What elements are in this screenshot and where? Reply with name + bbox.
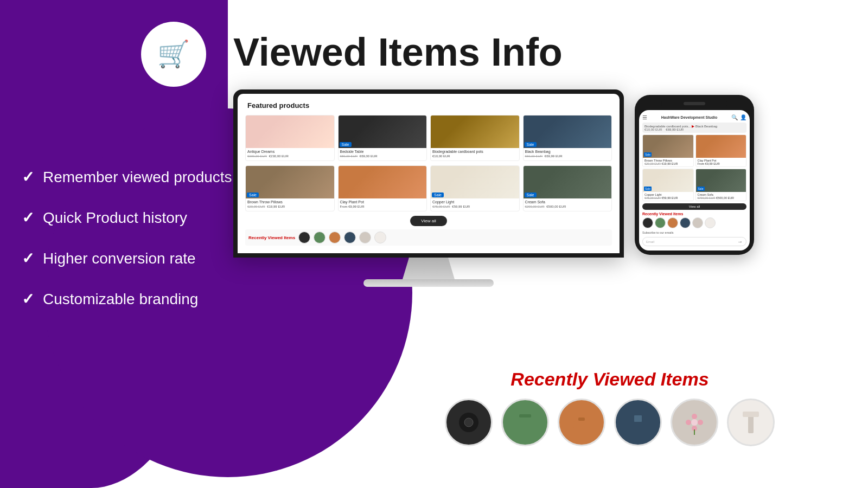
rv-bottom-circle-4 bbox=[614, 399, 662, 446]
monitor-screen: Featured products Antique Dreams €300,00… bbox=[233, 89, 624, 258]
monitor-inner: Featured products Antique Dreams €300,00… bbox=[238, 94, 620, 253]
phone-rv-6 bbox=[705, 217, 716, 228]
phone-featured-strip: Biodegradable cardboard pots... ▶ Black … bbox=[642, 123, 746, 133]
product-price-5: €29,99 EUR €19,99 EUR bbox=[247, 205, 333, 208]
product-name-6: Clay Plant Pot bbox=[340, 200, 425, 204]
product-card-5: Sale Brown Throw Pillows €29,99 EUR €19,… bbox=[245, 165, 335, 211]
product-info-5: Brown Throw Pillows €29,99 EUR €19,99 EU… bbox=[246, 198, 334, 211]
product-info-7: Copper Light €75,00 EUR €59,99 EUR bbox=[431, 198, 519, 211]
product-info-3: Biodegradable cardboard pots €10,00 EUR bbox=[431, 148, 519, 160]
phone-rv-4 bbox=[680, 217, 691, 228]
rv-bottom-circle-5 bbox=[671, 399, 718, 446]
recently-viewed-bar: Recently Viewed Items bbox=[245, 229, 612, 246]
rv-circle-2 bbox=[314, 232, 326, 243]
product-sale-2: €69,00 EUR bbox=[360, 155, 378, 158]
feature-item-1: ✓ Remember viewed products bbox=[22, 168, 232, 186]
feature-text-2: Quick Product history bbox=[43, 209, 187, 227]
phone-product-img-2 bbox=[696, 135, 746, 158]
phone-notch bbox=[661, 99, 727, 108]
rv-bottom-circle-6 bbox=[727, 399, 775, 446]
phone-sale-badge-4: Sale bbox=[697, 187, 705, 191]
phone-subscribe-label: Subscribe to our emails bbox=[642, 231, 746, 234]
check-icon-2: ✓ bbox=[22, 209, 34, 227]
product-sale-4: €69,99 EUR bbox=[545, 155, 563, 158]
phone-view-all[interactable]: View all bbox=[642, 203, 746, 210]
phone-rv-5 bbox=[692, 217, 703, 228]
phone-sale-badge-1: Sale bbox=[644, 152, 652, 157]
product-img-7: Sale bbox=[431, 166, 519, 198]
feature-item-4: ✓ Customizable branding bbox=[22, 290, 232, 308]
phone-brand: HashWare Development Studio bbox=[647, 115, 731, 119]
phone-product-info-3: Copper Light€75,00 EUR €59,99 EUR bbox=[643, 192, 693, 201]
product-price-6: From €9,99 EUR bbox=[340, 205, 425, 208]
product-img-8: Sale bbox=[524, 166, 612, 198]
check-icon-3: ✓ bbox=[22, 249, 34, 267]
product-original-5: €29,99 EUR bbox=[247, 205, 265, 208]
rv-bottom-title: Recently Viewed Items bbox=[445, 369, 775, 390]
product-card-1: Antique Dreams €300,00 EUR €230,00 EUR bbox=[245, 115, 335, 161]
product-original-4: €60,00 EUR bbox=[525, 155, 543, 158]
phone-product-card-4: Sale Cream Sofa€790,00 EUR €500,00 EUR bbox=[695, 169, 747, 201]
sale-badge-5: Sale bbox=[247, 192, 259, 197]
product-price-7: €75,00 EUR €59,99 EUR bbox=[432, 205, 518, 208]
page-title: Viewed Items Info bbox=[233, 30, 563, 74]
phone-rv-section: Recently Viewed Items bbox=[642, 212, 746, 228]
product-sale-1: €230,00 EUR bbox=[269, 155, 289, 158]
phone-search-icon: 🔍 bbox=[731, 114, 738, 120]
phone-email-row[interactable]: Email → bbox=[642, 237, 746, 246]
svg-point-9 bbox=[686, 420, 691, 425]
product-sale-8: €500,00 EUR bbox=[546, 205, 566, 208]
sale-badge-7: Sale bbox=[432, 192, 444, 197]
product-card-2: Sale Bedside Table €80,00 EUR €69,00 EUR bbox=[338, 115, 427, 161]
phone-rv-1 bbox=[642, 217, 653, 228]
rv-bottom-section: Recently Viewed Items bbox=[445, 369, 775, 446]
svg-rect-15 bbox=[743, 412, 759, 417]
phone-inner: ☰ HashWare Development Studio 🔍 👤 Biodeg… bbox=[639, 110, 750, 251]
product-name-5: Brown Throw Pillows bbox=[247, 200, 333, 204]
product-original-8: €290,00 EUR bbox=[525, 205, 545, 208]
phone-body: ☰ HashWare Development Studio 🔍 👤 Biodeg… bbox=[635, 95, 754, 255]
phone-mockup: ☰ HashWare Development Studio 🔍 👤 Biodeg… bbox=[635, 95, 754, 255]
feature-text-1: Remember viewed products bbox=[43, 169, 232, 186]
product-info-8: Cream Sofa €290,00 EUR €500,00 EUR bbox=[524, 198, 612, 211]
sale-badge-8: Sale bbox=[525, 192, 537, 197]
product-sale-6: From €9,99 EUR bbox=[340, 205, 365, 208]
phone-product-card-3: Sale Copper Light€75,00 EUR €59,99 EUR bbox=[642, 169, 694, 201]
product-name-7: Copper Light bbox=[432, 200, 518, 204]
product-price-1: €300,00 EUR €230,00 EUR bbox=[247, 155, 333, 158]
product-name-3: Biodegradable cardboard pots bbox=[432, 150, 518, 153]
product-name-1: Antique Dreams bbox=[247, 150, 333, 153]
monitor-stand bbox=[396, 258, 461, 279]
svg-rect-7 bbox=[634, 415, 642, 422]
phone-product-card-2: Clay Plant PotFrom €9,99 EUR bbox=[695, 134, 747, 167]
svg-rect-3 bbox=[519, 414, 531, 418]
product-price-8: €290,00 EUR €500,00 EUR bbox=[525, 205, 610, 208]
check-icon-1: ✓ bbox=[22, 168, 34, 186]
check-icon-4: ✓ bbox=[22, 290, 34, 308]
feature-item-3: ✓ Higher conversion rate bbox=[22, 249, 232, 267]
product-grid-row1: Antique Dreams €300,00 EUR €230,00 EUR S… bbox=[245, 115, 612, 161]
rv-circle-4 bbox=[344, 232, 356, 243]
phone-product-img-4: Sale bbox=[696, 169, 746, 192]
product-original-1: €300,00 EUR bbox=[247, 155, 267, 158]
product-card-6: Clay Plant Pot From €9,99 EUR bbox=[338, 165, 427, 211]
view-all-button[interactable]: View all bbox=[410, 216, 446, 226]
product-info-2: Bedside Table €80,00 EUR €69,00 EUR bbox=[339, 148, 427, 160]
phone-user-icon: 👤 bbox=[740, 114, 746, 120]
product-price-4: €60,00 EUR €69,99 EUR bbox=[525, 155, 610, 158]
rv-bottom-circle-3 bbox=[558, 399, 605, 446]
product-sale-5: €19,99 EUR bbox=[267, 205, 285, 208]
product-original-7: €75,00 EUR bbox=[432, 205, 450, 208]
phone-header-icons: 🔍 👤 bbox=[731, 114, 746, 120]
phone-product-grid: Sale Brown Throw Pillows€29,99 EUR €19,9… bbox=[642, 134, 746, 201]
product-name-8: Cream Sofa bbox=[525, 200, 610, 204]
rv-circle-1 bbox=[298, 232, 310, 243]
phone-product-info-2: Clay Plant PotFrom €9,99 EUR bbox=[696, 158, 746, 166]
phone-product-info-4: Cream Sofa€790,00 EUR €500,00 EUR bbox=[696, 192, 746, 201]
rv-circle-5 bbox=[359, 232, 371, 243]
phone-email-input[interactable]: Email bbox=[646, 240, 737, 243]
phone-product-card-1: Sale Brown Throw Pillows€29,99 EUR €19,9… bbox=[642, 134, 694, 167]
product-img-1 bbox=[246, 115, 334, 148]
phone-rv-label: Recently Viewed Items bbox=[642, 212, 746, 216]
phone-product-img-1: Sale bbox=[643, 135, 693, 158]
